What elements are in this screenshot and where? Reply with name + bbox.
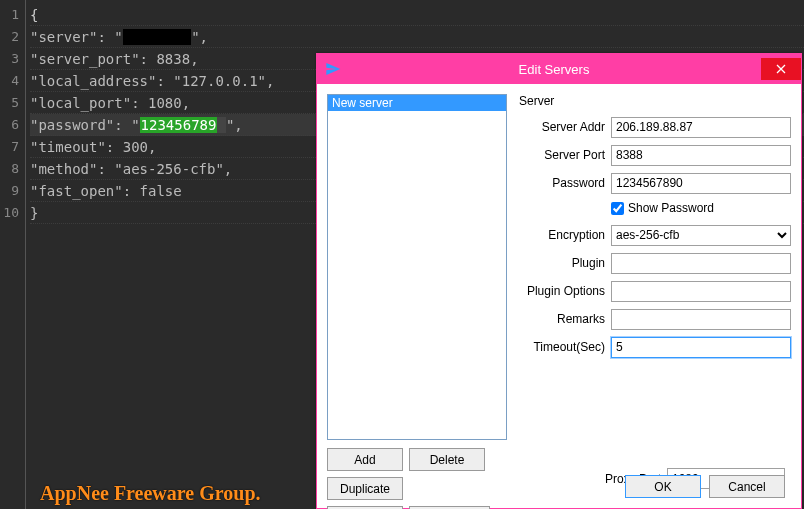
- dialog-title: Edit Servers: [347, 62, 761, 77]
- plugin-input[interactable]: [611, 253, 791, 274]
- password-label: Password: [517, 176, 605, 190]
- servers-listbox[interactable]: New server: [327, 94, 507, 440]
- server-port-input[interactable]: [611, 145, 791, 166]
- code-line: "server": "x",: [30, 26, 804, 48]
- redacted-text: x: [123, 29, 191, 45]
- timeout-input[interactable]: [611, 337, 791, 358]
- edit-servers-dialog: Edit Servers New server Server Server Ad…: [316, 53, 802, 509]
- add-button[interactable]: Add: [327, 448, 403, 471]
- delete-button[interactable]: Delete: [409, 448, 485, 471]
- list-item[interactable]: New server: [328, 95, 506, 111]
- ok-button[interactable]: OK: [625, 475, 701, 498]
- duplicate-button[interactable]: Duplicate: [327, 477, 403, 500]
- server-fields-group: Server Server Addr Server Port Password …: [517, 94, 791, 444]
- group-label: Server: [519, 94, 791, 108]
- close-icon: [776, 64, 786, 74]
- encryption-select[interactable]: aes-256-cfb: [611, 225, 791, 246]
- timeout-label: Timeout(Sec): [517, 340, 605, 354]
- server-port-label: Server Port: [517, 148, 605, 162]
- gutter: 12345678910: [0, 0, 26, 509]
- code-line: {: [30, 4, 804, 26]
- show-password-label: Show Password: [628, 201, 714, 215]
- titlebar[interactable]: Edit Servers: [317, 54, 801, 84]
- server-addr-label: Server Addr: [517, 120, 605, 134]
- server-addr-input[interactable]: [611, 117, 791, 138]
- remarks-input[interactable]: [611, 309, 791, 330]
- close-button[interactable]: [761, 58, 801, 80]
- plugin-label: Plugin: [517, 256, 605, 270]
- password-input[interactable]: [611, 173, 791, 194]
- plugin-options-input[interactable]: [611, 281, 791, 302]
- watermark: AppNee Freeware Group.: [40, 482, 261, 505]
- cancel-button[interactable]: Cancel: [709, 475, 785, 498]
- remarks-label: Remarks: [517, 312, 605, 326]
- plugin-options-label: Plugin Options: [517, 284, 605, 298]
- show-password-checkbox[interactable]: [611, 202, 624, 215]
- password-highlight: 123456789: [140, 117, 218, 133]
- encryption-label: Encryption: [517, 228, 605, 242]
- app-icon: [325, 61, 341, 77]
